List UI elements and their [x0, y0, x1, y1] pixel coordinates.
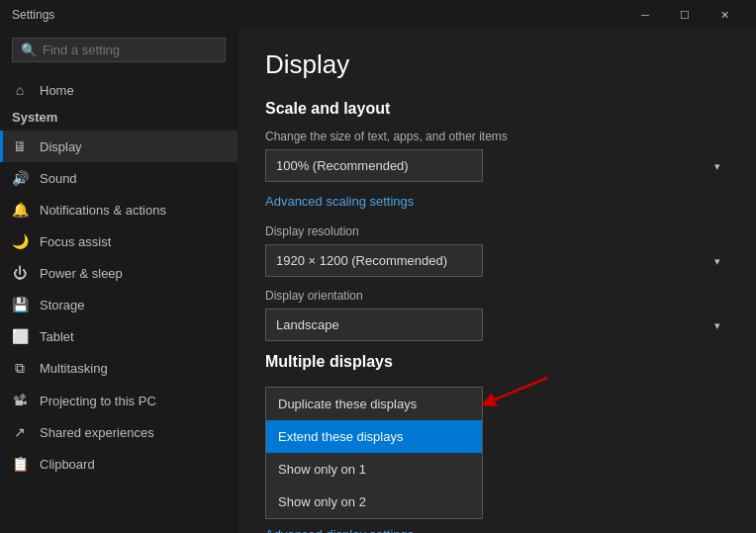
minimize-button[interactable]: ─ — [625, 0, 665, 30]
projecting-icon: 📽 — [12, 393, 28, 408]
titlebar: Settings ─ ☐ ✕ — [0, 0, 756, 30]
sidebar-item-power[interactable]: ⏻ Power & sleep — [0, 257, 237, 289]
size-dropdown-container: 100% (Recommended) ▾ — [265, 149, 728, 182]
sidebar-item-label: Focus assist — [40, 234, 111, 249]
sidebar-item-home[interactable]: ⌂ Home — [0, 74, 237, 106]
sidebar-item-label: Tablet — [40, 329, 74, 344]
multiple-displays-list: Duplicate these displays Extend these di… — [265, 387, 483, 519]
sidebar-item-label: Multitasking — [40, 361, 108, 376]
sidebar-item-multitasking[interactable]: ⧉ Multitasking — [0, 352, 237, 385]
size-dropdown[interactable]: 100% (Recommended) — [265, 149, 483, 182]
sidebar-item-label: Projecting to this PC — [40, 394, 156, 408]
main-layout: 🔍 ⌂ Home System 🖥 Display 🔊 Sound 🔔 Noti… — [0, 30, 756, 533]
close-button[interactable]: ✕ — [705, 0, 744, 30]
red-arrow-indicator — [473, 373, 552, 412]
chevron-down-icon: ▾ — [714, 254, 720, 267]
advanced-display-link[interactable]: Advanced display settings — [265, 527, 728, 533]
display-icon: 🖥 — [12, 138, 28, 154]
home-icon: ⌂ — [12, 82, 28, 98]
sidebar-item-notifications[interactable]: 🔔 Notifications & actions — [0, 194, 237, 225]
sound-icon: 🔊 — [12, 170, 28, 186]
svg-line-1 — [488, 378, 547, 402]
sidebar-item-projecting[interactable]: 📽 Projecting to this PC — [0, 385, 237, 416]
search-icon: 🔍 — [21, 43, 37, 57]
sidebar-item-label: Shared experiences — [40, 425, 154, 440]
multiple-displays-dropdown: Duplicate these displays Extend these di… — [265, 383, 483, 519]
sidebar-item-display[interactable]: 🖥 Display — [0, 131, 237, 162]
multiple-displays-option-only1[interactable]: Show only on 1 — [266, 453, 482, 486]
sidebar-item-label: Clipboard — [40, 457, 95, 472]
orientation-dropdown-container: Landscape ▾ — [265, 309, 728, 341]
sidebar-item-label: Display — [40, 139, 82, 154]
content-area: Display Scale and layout Change the size… — [237, 30, 756, 533]
sidebar-item-label: Power & sleep — [40, 266, 123, 281]
sidebar: 🔍 ⌂ Home System 🖥 Display 🔊 Sound 🔔 Noti… — [0, 30, 237, 533]
multiple-displays-title: Multiple displays — [265, 353, 728, 371]
titlebar-controls: ─ ☐ ✕ — [625, 0, 744, 30]
power-icon: ⏻ — [12, 265, 28, 281]
sidebar-item-label: Storage — [40, 298, 85, 312]
sidebar-item-shared[interactable]: ↗ Shared experiences — [0, 416, 237, 448]
sidebar-item-sound[interactable]: 🔊 Sound — [0, 162, 237, 194]
advanced-scaling-link[interactable]: Advanced scaling settings — [265, 194, 414, 209]
page-title: Display — [265, 49, 728, 80]
tablet-icon: ⬜ — [12, 328, 28, 344]
search-input[interactable] — [43, 43, 217, 57]
multiple-displays-section: Multiple displays Duplicate these displa… — [265, 353, 728, 533]
scale-section-title: Scale and layout — [265, 100, 728, 118]
sidebar-item-label: Sound — [40, 171, 77, 186]
titlebar-title: Settings — [12, 8, 625, 22]
chevron-down-icon: ▾ — [714, 318, 720, 331]
notifications-icon: 🔔 — [12, 202, 28, 218]
sidebar-item-focus[interactable]: 🌙 Focus assist — [0, 225, 237, 257]
search-box[interactable]: 🔍 — [12, 38, 226, 62]
orientation-dropdown[interactable]: Landscape — [265, 309, 483, 341]
resolution-dropdown-container: 1920 × 1200 (Recommended) ▾ — [265, 244, 728, 277]
resolution-label: Display resolution — [265, 224, 728, 238]
clipboard-icon: 📋 — [12, 456, 28, 472]
chevron-down-icon: ▾ — [714, 159, 720, 172]
sidebar-item-tablet[interactable]: ⬜ Tablet — [0, 320, 237, 352]
multitasking-icon: ⧉ — [12, 360, 28, 377]
size-label: Change the size of text, apps, and other… — [265, 130, 728, 143]
storage-icon: 💾 — [12, 297, 28, 312]
orientation-label: Display orientation — [265, 289, 728, 303]
focus-icon: 🌙 — [12, 233, 28, 249]
sidebar-item-label: Notifications & actions — [40, 203, 166, 218]
shared-icon: ↗ — [12, 424, 28, 440]
sidebar-item-label: Home — [40, 83, 74, 98]
sidebar-item-clipboard[interactable]: 📋 Clipboard — [0, 448, 237, 480]
resolution-dropdown[interactable]: 1920 × 1200 (Recommended) — [265, 244, 483, 277]
sidebar-item-storage[interactable]: 💾 Storage — [0, 289, 237, 320]
multiple-displays-option-extend[interactable]: Extend these displays — [266, 420, 482, 453]
multiple-displays-option-duplicate[interactable]: Duplicate these displays — [266, 388, 482, 420]
maximize-button[interactable]: ☐ — [665, 0, 705, 30]
multiple-displays-option-only2[interactable]: Show only on 2 — [266, 486, 482, 518]
sidebar-section-system: System — [0, 106, 237, 131]
